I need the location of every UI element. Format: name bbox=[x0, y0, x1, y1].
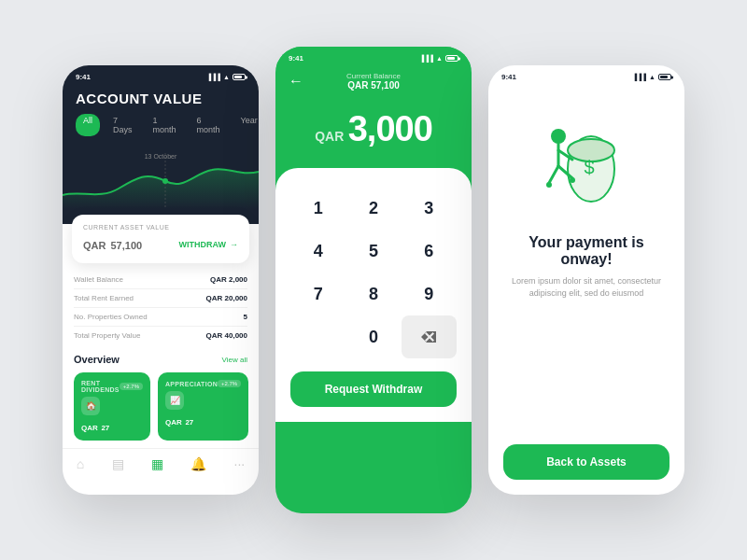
back-button[interactable]: ← bbox=[289, 73, 303, 90]
status-bar-1: 9:41 ▐▐▐ ▲ bbox=[63, 65, 259, 85]
phone-account-value: 9:41 ▐▐▐ ▲ ACCOUNT VALUE All 7 Days 1 mo… bbox=[63, 65, 259, 495]
chart-date-label: 13 October bbox=[145, 153, 177, 160]
battery-icon-3 bbox=[658, 74, 671, 80]
status-icons-3: ▐▐▐ ▲ bbox=[632, 74, 671, 80]
numpad-key-0[interactable]: 0 bbox=[345, 315, 401, 358]
screens-container: 9:41 ▐▐▐ ▲ ACCOUNT VALUE All 7 Days 1 mo… bbox=[63, 47, 684, 513]
numpad-key-3[interactable]: 3 bbox=[402, 187, 457, 230]
amount-display: QAR 3,000 bbox=[275, 94, 472, 168]
nav-home[interactable]: ⌂ bbox=[77, 456, 84, 471]
balance-row-property-value: Total Property Value QAR 40,000 bbox=[74, 327, 247, 344]
balance-label-wallet: Wallet Balance bbox=[74, 275, 123, 284]
nav-chart[interactable]: ▦ bbox=[151, 456, 163, 471]
payment-title: Your payment is onway! bbox=[507, 234, 666, 268]
numpad-key-empty bbox=[290, 315, 345, 358]
home-icon: ⌂ bbox=[77, 456, 84, 471]
status-time-2: 9:41 bbox=[289, 54, 303, 63]
more-icon: ··· bbox=[234, 456, 246, 471]
numpad-key-1[interactable]: 1 bbox=[290, 187, 345, 230]
balance-rows: Wallet Balance QAR 2,000 Total Rent Earn… bbox=[63, 271, 259, 344]
header-balance: QAR 57,100 bbox=[346, 80, 401, 91]
nav-more[interactable]: ··· bbox=[234, 456, 246, 471]
numpad-key-6[interactable]: 6 bbox=[402, 230, 457, 273]
signal-icon: ▐▐▐ bbox=[206, 74, 220, 80]
numpad-backspace[interactable] bbox=[402, 315, 457, 358]
numpad-key-2[interactable]: 2 bbox=[345, 187, 401, 230]
status-bar-3: 9:41 ▐▐▐ ▲ bbox=[488, 65, 684, 85]
status-time-3: 9:41 bbox=[501, 73, 516, 81]
svg-point-10 bbox=[546, 182, 552, 188]
wifi-icon-2: ▲ bbox=[436, 55, 443, 62]
status-icons-2: ▐▐▐ ▲ bbox=[419, 55, 458, 62]
numpad-key-7[interactable]: 7 bbox=[290, 273, 345, 315]
svg-text:$: $ bbox=[584, 157, 594, 177]
bell-icon: 🔔 bbox=[190, 456, 206, 471]
withdraw-button[interactable]: WITHDRAW → bbox=[179, 240, 239, 249]
svg-line-7 bbox=[549, 166, 558, 183]
view-all-button[interactable]: View all bbox=[222, 356, 247, 364]
asset-currency: QAR bbox=[83, 240, 106, 251]
filter-tab-1month[interactable]: 1 month bbox=[146, 114, 184, 136]
request-withdraw-button[interactable]: Request Withdraw bbox=[290, 371, 457, 407]
filter-tab-7days[interactable]: 7 Days bbox=[106, 114, 140, 136]
balance-value-wallet: QAR 2,000 bbox=[210, 275, 247, 284]
overview-card-appreciation: APPRECIATION +2.7% 📈 QAR 27 bbox=[158, 372, 248, 441]
payment-content: Your payment is onway! Lorem ipsum dolor… bbox=[488, 234, 684, 429]
status-icons-1: ▐▐▐ ▲ bbox=[206, 74, 246, 80]
svg-point-11 bbox=[570, 177, 575, 183]
chart-area: 13 October bbox=[63, 149, 259, 224]
payment-illustration: $ bbox=[488, 85, 684, 234]
asset-amount: 57,100 bbox=[110, 240, 142, 251]
overview-card-dividends-label: RENT DIVIDENDS bbox=[81, 380, 120, 393]
filter-tab-all[interactable]: All bbox=[76, 114, 100, 136]
back-to-assets-button[interactable]: Back to Assets bbox=[503, 444, 669, 480]
balance-value-property-value: QAR 40,000 bbox=[206, 331, 247, 340]
chart-icon: ▦ bbox=[151, 456, 163, 471]
signal-icon-3: ▐▐▐ bbox=[632, 74, 646, 80]
signal-icon-2: ▐▐▐ bbox=[419, 55, 433, 62]
filter-tab-year[interactable]: Year bbox=[233, 114, 259, 136]
header-content: Current Balance QAR 57,100 bbox=[346, 72, 401, 91]
battery-icon-2 bbox=[445, 55, 458, 62]
account-chart bbox=[63, 153, 259, 209]
numpad-key-5[interactable]: 5 bbox=[345, 230, 401, 273]
top-section: ACCOUNT VALUE All 7 Days 1 month 6 month… bbox=[63, 85, 259, 149]
bottom-nav: ⌂ ▤ ▦ 🔔 ··· bbox=[63, 448, 259, 481]
status-time-1: 9:41 bbox=[76, 73, 91, 81]
dividends-icon: 🏠 bbox=[81, 397, 100, 415]
balance-row-wallet: Wallet Balance QAR 2,000 bbox=[74, 271, 247, 289]
header-label: Current Balance bbox=[346, 72, 401, 80]
appreciation-icon: 📈 bbox=[165, 391, 184, 410]
nav-portfolio[interactable]: ▤ bbox=[112, 456, 124, 471]
overview-card-appreciation-header: APPRECIATION +2.7% bbox=[165, 380, 241, 387]
wifi-icon-3: ▲ bbox=[649, 74, 655, 80]
account-value-title: ACCOUNT VALUE bbox=[76, 91, 246, 106]
filter-tab-6month[interactable]: 6 month bbox=[190, 114, 228, 136]
amount-value: 3,000 bbox=[348, 109, 432, 148]
arrow-right-icon: → bbox=[230, 240, 238, 249]
numpad-container: 1 2 3 4 5 6 7 8 9 0 Request Withdraw bbox=[275, 168, 472, 422]
numpad-key-9[interactable]: 9 bbox=[402, 273, 457, 315]
withdraw-header: ← Current Balance QAR 57,100 bbox=[275, 66, 472, 94]
overview-card-dividends: RENT DIVIDENDS +2.7% 🏠 QAR 27 bbox=[74, 372, 150, 441]
balance-label-rent: Total Rent Earned bbox=[74, 294, 134, 302]
nav-notifications[interactable]: 🔔 bbox=[190, 456, 206, 471]
svg-point-1 bbox=[162, 178, 168, 184]
portfolio-icon: ▤ bbox=[112, 456, 124, 471]
overview-section: Overview View all RENT DIVIDENDS +2.7% 🏠… bbox=[63, 354, 259, 441]
overview-card-appreciation-value: QAR 27 bbox=[165, 413, 241, 427]
overview-card-dividends-value: QAR 27 bbox=[81, 419, 143, 433]
overview-cards: RENT DIVIDENDS +2.7% 🏠 QAR 27 APPRECIATI… bbox=[74, 372, 247, 441]
numpad-key-4[interactable]: 4 bbox=[290, 230, 345, 273]
status-bar-2: 9:41 ▐▐▐ ▲ bbox=[275, 47, 472, 66]
overview-card-appreciation-label: APPRECIATION bbox=[165, 381, 218, 387]
balance-value-properties: 5 bbox=[244, 313, 247, 321]
battery-icon-1 bbox=[233, 74, 246, 80]
balance-label-property-value: Total Property Value bbox=[74, 331, 140, 340]
payment-description: Lorem ipsum dolor sit amet, consectetur … bbox=[507, 275, 666, 299]
numpad-key-8[interactable]: 8 bbox=[345, 273, 401, 315]
wifi-icon: ▲ bbox=[223, 74, 230, 80]
asset-card-label: CURRENT ASSET VALUE bbox=[83, 224, 238, 231]
amount-currency: QAR bbox=[315, 129, 344, 144]
overview-title: Overview bbox=[74, 354, 120, 365]
